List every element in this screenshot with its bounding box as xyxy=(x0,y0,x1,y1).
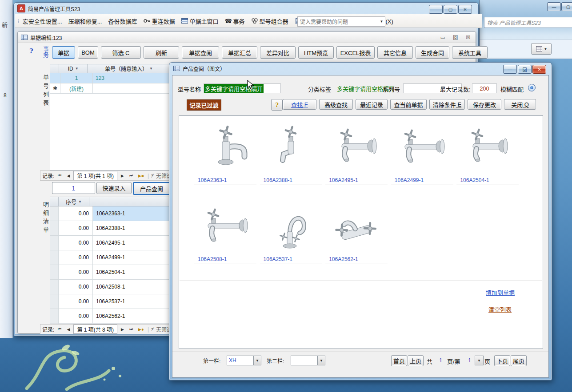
first-record-icon[interactable]: ⏮ xyxy=(56,172,63,179)
row-selector[interactable] xyxy=(50,250,59,265)
product-image[interactable] xyxy=(194,198,256,255)
product-code-link[interactable]: 106A2504-1 xyxy=(456,176,519,185)
page-combo[interactable]: ▼ xyxy=(475,356,484,365)
detail-seq-header[interactable]: 序号▼ xyxy=(59,197,89,206)
product-code-link[interactable]: 106A2508-1 xyxy=(194,255,256,264)
product-image[interactable] xyxy=(194,119,256,176)
help-question-combo[interactable]: 键入需要帮助的问题 ▼ xyxy=(297,16,385,27)
new-record-icon[interactable]: ▶✱ xyxy=(136,173,146,179)
toolbar-item-macro-security[interactable]: 宏安全性设置... xyxy=(20,16,64,27)
fuzzy-match-radio[interactable] xyxy=(528,84,536,91)
tab-1[interactable]: 单据 xyxy=(52,46,75,59)
detail-seq-cell[interactable]: 0.00 xyxy=(59,265,93,280)
bg-view-button[interactable]: ▼ xyxy=(531,43,552,55)
dialog-help-button[interactable]: ? xyxy=(271,99,283,111)
chevron-down-icon[interactable]: ▼ xyxy=(475,356,483,365)
product-code-link[interactable]: 106A2388-1 xyxy=(260,176,322,185)
dialog-minimize-button[interactable]: — xyxy=(503,65,517,74)
quick-count-box[interactable]: 1 xyxy=(52,182,95,194)
bg-search-input[interactable]: 搜索 产品管理工具S23 xyxy=(484,17,572,28)
detail-seq-cell[interactable]: 0.00 xyxy=(59,309,93,324)
product-image[interactable] xyxy=(456,119,519,176)
dialog-titlebar[interactable]: 产品查阅（图文） xyxy=(169,63,552,74)
child-minimize-button[interactable]: ▭ xyxy=(438,35,448,40)
next-record-icon[interactable]: ▶ xyxy=(119,173,126,179)
product-card[interactable]: 106A2562-1 xyxy=(325,198,388,269)
dialog-action-button-4[interactable]: 查当前单据 xyxy=(390,99,427,110)
product-image[interactable] xyxy=(260,198,322,255)
tab-2[interactable]: BOM xyxy=(78,46,98,59)
bg-window-maximize-button[interactable]: ▢ xyxy=(561,2,572,11)
toolbar-item-backup-db[interactable]: 备份数据库 xyxy=(106,16,139,27)
product-card[interactable]: 106A2363-1 xyxy=(194,119,256,190)
row-selector[interactable] xyxy=(50,265,59,280)
row-selector[interactable] xyxy=(50,221,59,236)
dialog-action-button-3[interactable]: 最近记录 xyxy=(356,99,388,110)
side-tab-transactions[interactable]: 事务 xyxy=(40,46,50,66)
order-id-cell[interactable]: 1 xyxy=(60,73,93,83)
last-record-icon[interactable]: ⏭ xyxy=(128,172,135,179)
product-code-link[interactable]: 106A2495-1 xyxy=(325,176,388,185)
dialog-close-button[interactable]: ✕ xyxy=(532,65,546,74)
next-page-button[interactable]: 下页 xyxy=(494,355,510,366)
tab-6[interactable]: 单据汇总 xyxy=(222,46,257,59)
quick-entry-button[interactable]: 快速录入 xyxy=(96,182,132,194)
max-records-input[interactable]: 200 xyxy=(472,83,497,93)
product-image[interactable] xyxy=(325,198,388,255)
tab-10[interactable]: 其它信息 xyxy=(377,46,413,59)
dialog-action-button-6[interactable]: 保存更改 xyxy=(468,99,501,110)
product-card[interactable]: 106A2388-1 xyxy=(260,119,322,190)
main-minimize-button[interactable]: — xyxy=(429,5,443,14)
chevron-down-icon[interactable]: ▼ xyxy=(317,356,325,365)
child-titlebar[interactable]: 单据编辑:123 ▭ 回 ☒ xyxy=(18,32,476,43)
toolbar-item-main-form[interactable]: 单据主窗口 xyxy=(179,16,221,27)
next-record-icon[interactable]: ▶ xyxy=(119,326,126,333)
child-help-link[interactable]: ? xyxy=(29,47,33,55)
prev-page-button[interactable]: 上页 xyxy=(408,355,424,366)
row-selector[interactable] xyxy=(50,73,60,83)
dialog-restore-button[interactable]: 回 xyxy=(518,65,532,74)
row-selector[interactable] xyxy=(50,280,59,294)
dialog-action-button-2[interactable]: 高级查找 xyxy=(319,99,353,110)
chevron-down-icon[interactable]: ▼ xyxy=(253,356,261,365)
product-code-link[interactable]: 106A2537-1 xyxy=(260,255,322,264)
product-view-button[interactable]: 产品查阅 xyxy=(133,182,170,195)
row-selector[interactable] xyxy=(50,206,59,221)
product-code-link[interactable]: 106A2499-1 xyxy=(391,176,453,185)
prev-record-icon[interactable]: ◀ xyxy=(65,173,72,179)
product-card[interactable]: 106A2499-1 xyxy=(391,119,453,190)
tab-12[interactable]: 系统工具 xyxy=(452,46,488,59)
dialog-action-button-5[interactable]: 清除条件 E xyxy=(429,99,465,110)
clear-list-link[interactable]: 清空列表 xyxy=(488,305,512,313)
child-close-button[interactable]: ☒ xyxy=(463,35,473,40)
product-image[interactable] xyxy=(260,119,322,176)
detail-seq-cell[interactable]: 0.00 xyxy=(59,280,93,294)
tab-5[interactable]: 单据查阅 xyxy=(182,46,219,59)
chevron-down-icon[interactable]: ▼ xyxy=(378,17,385,26)
second-column-combo[interactable]: ▼ xyxy=(291,356,325,365)
order-col-header-1[interactable]: ID▼ xyxy=(59,64,88,73)
model-name-input[interactable]: 多关键字请用空格隔开 xyxy=(204,83,281,93)
product-card[interactable]: 106A2495-1 xyxy=(325,119,388,190)
toolbar-item-model-combiner[interactable]: 型号组合器 xyxy=(249,16,291,27)
dialog-action-button-7[interactable]: 关闭 Q xyxy=(504,99,536,110)
last-page-button[interactable]: 尾页 xyxy=(511,355,527,366)
detail-seq-cell[interactable]: 0.00 xyxy=(59,236,93,250)
add-to-order-link[interactable]: 填加到单据 xyxy=(486,288,515,297)
tab-4[interactable]: 刷新 xyxy=(144,46,179,59)
row-selector[interactable] xyxy=(50,294,59,309)
tag-input[interactable]: 多关键字请用空格隔开 xyxy=(336,83,412,93)
product-code-link[interactable]: 106A2363-1 xyxy=(194,176,256,185)
product-code-link[interactable]: 106A2562-1 xyxy=(325,255,388,264)
tab-3[interactable]: 筛选 C xyxy=(101,46,141,59)
detail-seq-cell[interactable]: 0.00 xyxy=(59,206,93,221)
new-row-label[interactable]: (新建) xyxy=(60,83,93,94)
first-record-icon[interactable]: ⏮ xyxy=(56,326,63,333)
product-card[interactable]: 106A2508-1 xyxy=(194,198,256,269)
first-column-combo[interactable]: XH ▼ xyxy=(227,356,261,365)
toolbar-item-reconnect[interactable]: 重连数据 xyxy=(141,16,177,27)
tab-9[interactable]: EXCEL报表 xyxy=(336,46,375,59)
row-selector[interactable] xyxy=(50,309,59,324)
main-maximize-button[interactable]: ▢ xyxy=(444,5,457,14)
toolbar-item-compact-repair[interactable]: 压缩和修复... xyxy=(66,16,104,27)
